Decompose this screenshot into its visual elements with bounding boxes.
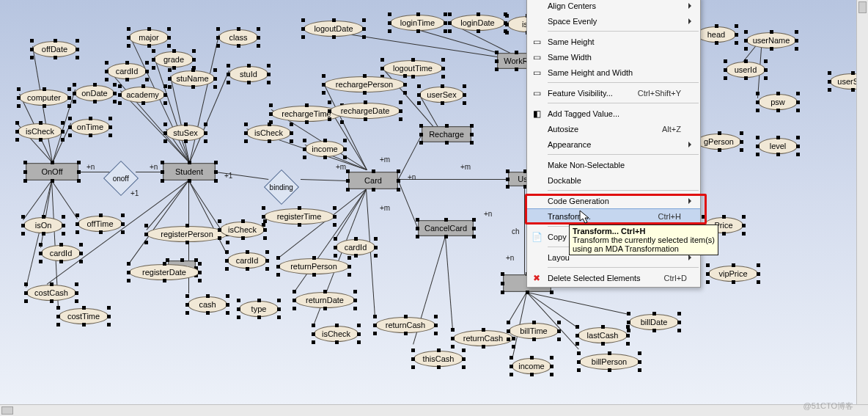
- entity-recharge[interactable]: Recharge: [422, 126, 471, 142]
- vertical-scrollbar[interactable]: [856, 0, 868, 416]
- attribute-class[interactable]: class: [218, 29, 258, 45]
- cardinality-label: +n: [408, 173, 416, 181]
- attribute-psw[interactable]: psw: [758, 94, 798, 110]
- attribute-offtime[interactable]: offTime: [78, 216, 122, 232]
- attribute-major[interactable]: major: [129, 29, 169, 45]
- menu-item-label: Space Evenly: [548, 17, 597, 26]
- relationship-line[interactable]: [301, 179, 348, 181]
- relationship-line[interactable]: [51, 180, 78, 219]
- menu-item-label: Same Height and Width: [548, 68, 633, 77]
- attribute-offdate[interactable]: offDate: [32, 41, 77, 57]
- attribute-billtime[interactable]: billTime: [509, 323, 559, 339]
- entity-cancelcard[interactable]: CancelCard: [418, 220, 474, 236]
- attribute-cardid[interactable]: cardId: [336, 239, 375, 255]
- attribute-ontime[interactable]: onTime: [70, 119, 110, 135]
- relationship-line[interactable]: [40, 180, 52, 248]
- attribute-billdate[interactable]: billDate: [629, 314, 679, 330]
- attribute-registertime[interactable]: registerTime: [264, 208, 334, 225]
- relationship-line[interactable]: [216, 172, 268, 180]
- attribute-ison[interactable]: isOn: [23, 217, 63, 233]
- menu-item-label: Autosize: [548, 125, 578, 134]
- cardinality-label: +m: [380, 156, 390, 164]
- attribute-billperson[interactable]: billPerson: [579, 354, 639, 370]
- entity-student[interactable]: Student: [163, 163, 216, 180]
- attribute-returnperson[interactable]: returnPerson: [279, 258, 349, 274]
- cardinality-label: +n: [484, 210, 492, 218]
- entity-onoff[interactable]: OnOff: [26, 163, 78, 180]
- cardinality-label: ch: [512, 227, 520, 236]
- attribute-returndate[interactable]: returnDate: [295, 292, 355, 308]
- attribute-rechargedate[interactable]: rechargeDate: [330, 103, 400, 119]
- menu-item-space-evenly[interactable]: Space Evenly: [527, 13, 700, 29]
- menu-item-appearance[interactable]: Appearance: [527, 136, 700, 152]
- attribute-stuid[interactable]: stuId: [229, 66, 268, 82]
- attribute-usersex[interactable]: userSex: [419, 87, 464, 103]
- submenu-arrow-icon: [688, 3, 694, 9]
- attribute-vipprice[interactable]: vipPrice: [708, 266, 758, 282]
- menu-item-feature-visibility[interactable]: ▭Feature Visibility...Ctrl+Shift+Y: [527, 85, 700, 101]
- relationship-line[interactable]: [397, 179, 418, 227]
- cardinality-label: +m: [336, 163, 346, 171]
- relationship-line[interactable]: [335, 189, 367, 239]
- attribute-stusex[interactable]: stuSex: [166, 125, 205, 141]
- attribute-head[interactable]: head: [696, 26, 736, 43]
- attribute-costtime[interactable]: costTime: [59, 308, 108, 324]
- attribute-logintime[interactable]: loginTime: [390, 15, 445, 31]
- relationship-line[interactable]: [188, 180, 227, 254]
- attribute-returncash[interactable]: returnCash: [375, 317, 435, 333]
- menu-item-delete-selected-elements[interactable]: ✖Delete Selected ElementsCtrl+D: [527, 270, 700, 285]
- attribute-registerperson[interactable]: registerPerson: [147, 226, 227, 242]
- attribute-thiscash[interactable]: thisCash: [413, 351, 463, 367]
- menu-item-label: Feature Visibility...: [548, 89, 613, 98]
- attribute-income[interactable]: income: [512, 358, 551, 374]
- attribute-lastcash[interactable]: lastCash: [578, 327, 628, 343]
- attribute-gperson[interactable]: gPerson: [696, 134, 741, 150]
- attribute-ischeck[interactable]: isCheck: [18, 123, 62, 139]
- attribute-cardid[interactable]: cardId: [227, 252, 267, 269]
- attribute-ischeck[interactable]: isCheck: [220, 222, 265, 238]
- attribute-ischeck[interactable]: isCheck: [314, 326, 358, 342]
- attribute-cardid[interactable]: cardId: [41, 245, 81, 261]
- attribute-type[interactable]: type: [239, 301, 279, 317]
- attribute-username[interactable]: userName: [746, 32, 796, 48]
- attribute-registerdate[interactable]: registerDate: [129, 264, 199, 280]
- attribute-grade[interactable]: grade: [154, 51, 194, 67]
- menu-item-make-non-selectable[interactable]: Make Non-Selectable: [527, 157, 700, 172]
- er-diagram-canvas[interactable]: OnOffStudentCardUseWorkRRechargeCancelCa…: [0, 0, 868, 416]
- attribute-logoutdate[interactable]: logoutDate: [304, 21, 364, 37]
- attribute-level[interactable]: level: [758, 138, 798, 154]
- menu-item-autosize[interactable]: AutosizeAlt+Z: [527, 121, 700, 136]
- relationship-line[interactable]: [445, 236, 453, 330]
- attribute-academy[interactable]: academy: [120, 87, 165, 103]
- attribute-costcash[interactable]: costCash: [26, 285, 76, 301]
- attribute-userid[interactable]: userId: [726, 62, 765, 78]
- attribute-cash[interactable]: cash: [188, 296, 227, 313]
- menu-item-same-height[interactable]: ▭Same Height: [527, 34, 700, 49]
- attribute-ischeck[interactable]: isCheck: [246, 125, 291, 141]
- relationship-line[interactable]: [508, 291, 527, 323]
- attribute-cardid[interactable]: cardId: [107, 63, 147, 79]
- attribute-income[interactable]: income: [305, 141, 345, 157]
- tooltip-line3: using an MDA Transformation: [573, 244, 715, 253]
- relationship-binding[interactable]: binding: [264, 169, 299, 205]
- menu-item-align-centers[interactable]: Align Centers: [527, 0, 700, 13]
- attribute-logouttime[interactable]: logoutTime: [383, 60, 443, 76]
- menu-item-dockable[interactable]: Dockable: [527, 172, 700, 188]
- attribute-logindate[interactable]: loginDate: [450, 15, 505, 31]
- horizontal-scrollbar[interactable]: [0, 404, 868, 416]
- menu-item-same-height-and-width[interactable]: ▭Same Height and Width: [527, 65, 700, 80]
- attribute-returncash[interactable]: returnCash: [453, 330, 513, 346]
- attribute-computer[interactable]: computer: [19, 90, 69, 106]
- relationship-line[interactable]: [136, 172, 163, 172]
- attribute-ondate[interactable]: onDate: [75, 85, 114, 101]
- same-height-icon: ▭: [530, 36, 543, 48]
- menu-item-add-tagged-value[interactable]: ◧Add Tagged Value...: [527, 106, 700, 121]
- entity-card[interactable]: Card: [348, 172, 398, 189]
- relationship-line[interactable]: [188, 180, 220, 228]
- menu-item-same-width[interactable]: ▭Same Width: [527, 49, 700, 65]
- relationship-line[interactable]: [189, 35, 219, 163]
- watermark: @51CTO博客: [803, 401, 853, 412]
- attribute-rechargeperson[interactable]: rechargePerson: [324, 76, 405, 92]
- attribute-stuname[interactable]: stuName: [170, 70, 215, 87]
- relationship-line[interactable]: [526, 292, 579, 350]
